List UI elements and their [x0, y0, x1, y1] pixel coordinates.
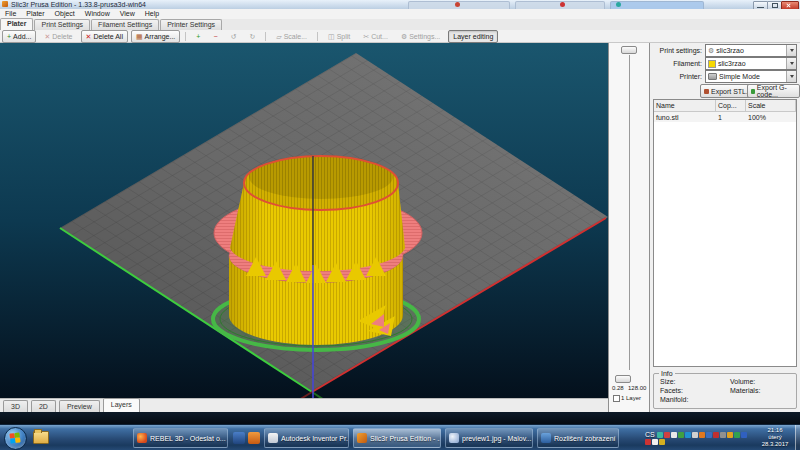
- info-size-label: Size:: [660, 378, 676, 385]
- column-scale[interactable]: Scale: [746, 100, 796, 111]
- rotate-cw-icon: ↻: [249, 33, 255, 40]
- taskbar-button-inventor[interactable]: Autodesk Inventor Pr...: [264, 428, 349, 448]
- taskbar-button-paint[interactable]: preview1.jpg - Malov...: [445, 428, 533, 448]
- arrange-icon: ▦: [136, 33, 143, 40]
- scale-icon: ▱: [276, 33, 281, 40]
- tray-icon[interactable]: [678, 432, 684, 438]
- printer-icon: [708, 73, 717, 80]
- tray-icon[interactable]: [645, 439, 651, 445]
- toolbar-separator: [317, 32, 318, 41]
- object-copies: 1: [716, 114, 746, 121]
- tray-icon[interactable]: [706, 432, 712, 438]
- info-volume-label: Volume:: [730, 378, 755, 385]
- view-tab-2d[interactable]: 2D: [31, 400, 56, 412]
- tab-filament-settings[interactable]: Filament Settings: [91, 19, 159, 30]
- tab-plater[interactable]: Plater: [0, 18, 33, 30]
- cut-button[interactable]: ✂ Cut...: [358, 30, 393, 43]
- column-copies[interactable]: Cop...: [716, 100, 746, 111]
- tray-icon[interactable]: [720, 432, 726, 438]
- layer-slider-strip: 0.28 128.00 1 Layer: [608, 43, 650, 412]
- delete-button[interactable]: ✕ Delete: [39, 30, 77, 43]
- column-name[interactable]: Name: [654, 100, 716, 111]
- settings-button[interactable]: ⚙ Settings...: [396, 30, 445, 43]
- layer-slider-lower-handle[interactable]: [615, 375, 631, 383]
- layer-editing-button[interactable]: Layer editing: [448, 30, 498, 43]
- split-icon: ◫: [328, 33, 335, 40]
- more-copies-button[interactable]: +: [191, 30, 205, 43]
- chevron-down-icon[interactable]: [786, 71, 796, 82]
- tab-printer-settings[interactable]: Printer Settings: [160, 19, 222, 30]
- tray-icon[interactable]: [685, 432, 691, 438]
- settings-icon: ⚙: [401, 33, 407, 40]
- delete-all-button[interactable]: ✕ Delete All: [81, 30, 128, 43]
- chevron-down-icon[interactable]: [786, 58, 796, 69]
- split-button[interactable]: ◫ Split: [323, 30, 355, 43]
- view-tab-3d[interactable]: 3D: [3, 400, 28, 412]
- screen: Slic3r Prusa Edition - 1.33.8-prusa3d-wi…: [0, 0, 800, 450]
- tray-icon[interactable]: [692, 432, 698, 438]
- gear-icon: ⚙: [708, 47, 714, 54]
- explorer-icon[interactable]: [33, 431, 49, 444]
- layer-slider-track[interactable]: [629, 55, 630, 370]
- plater-3d-viewport[interactable]: [0, 43, 608, 398]
- windows-logo-icon: [9, 432, 20, 443]
- filament-combo[interactable]: slic3rzao: [705, 57, 797, 70]
- tray-icon[interactable]: [659, 439, 665, 445]
- desktop: [0, 412, 800, 424]
- rotate-ccw-icon: ↺: [231, 33, 237, 40]
- tray-icon[interactable]: [652, 439, 658, 445]
- tab-print-settings[interactable]: Print Settings: [34, 19, 90, 30]
- tray-icon[interactable]: [671, 432, 677, 438]
- menu-help[interactable]: Help: [140, 9, 164, 19]
- rotate-ccw-button[interactable]: ↺: [226, 30, 242, 43]
- arrange-button[interactable]: ▦ Arrange...: [131, 30, 180, 43]
- taskbar-clock[interactable]: 21:16 úterý 28.3.2017: [755, 427, 795, 449]
- export-stl-icon: [704, 89, 709, 94]
- view-tab-preview[interactable]: Preview: [59, 400, 100, 412]
- taskbar-button-display-settings[interactable]: Rozlišení zobrazení: [537, 428, 619, 448]
- tray-icon[interactable]: [741, 432, 747, 438]
- export-gcode-button[interactable]: Export G-code...: [747, 84, 800, 98]
- object-list-header: Name Cop... Scale: [654, 100, 796, 112]
- tray-icon[interactable]: [727, 432, 733, 438]
- fewer-copies-button[interactable]: −: [208, 30, 222, 43]
- tray-icon[interactable]: [734, 432, 740, 438]
- chevron-down-icon[interactable]: [786, 45, 796, 56]
- pinned-app-icon[interactable]: [233, 432, 245, 444]
- menu-view[interactable]: View: [115, 9, 140, 19]
- add-button[interactable]: + Add...: [2, 30, 36, 43]
- clock-day: úterý: [755, 434, 795, 441]
- plater-3d-scene[interactable]: [0, 43, 608, 398]
- tray-icon[interactable]: [699, 432, 705, 438]
- rotate-cw-button[interactable]: ↻: [244, 30, 260, 43]
- toolbar-separator: [265, 32, 266, 41]
- scale-button[interactable]: ▱ Scale...: [271, 30, 312, 43]
- browser-icon: [137, 433, 147, 443]
- print-settings-combo[interactable]: ⚙ slic3rzao: [705, 44, 797, 57]
- menu-object[interactable]: Object: [50, 9, 80, 19]
- system-tray: CS: [645, 427, 753, 449]
- menu-window[interactable]: Window: [80, 9, 115, 19]
- taskbar-button-slic3r[interactable]: Slic3r Prusa Edition - ...: [353, 428, 441, 448]
- start-button[interactable]: [4, 427, 27, 450]
- table-row[interactable]: funo.stl 1 100%: [654, 112, 796, 122]
- slic3r-icon: [357, 433, 367, 443]
- tray-icon[interactable]: [664, 432, 670, 438]
- tray-icon[interactable]: [657, 432, 663, 438]
- info-title: Info: [659, 370, 675, 377]
- taskbar-button-rebel3d[interactable]: REBEL 3D - Odeslat o...: [133, 428, 228, 448]
- object-list[interactable]: Name Cop... Scale funo.stl 1 100%: [653, 99, 797, 367]
- object-name: funo.stl: [654, 114, 716, 121]
- delete-all-icon: ✕: [86, 33, 92, 40]
- tray-icon[interactable]: [713, 432, 719, 438]
- one-layer-label: 1 Layer: [621, 395, 641, 401]
- info-manifold-label: Manifold:: [660, 396, 688, 403]
- layer-slider-upper-handle[interactable]: [621, 46, 637, 54]
- printer-combo[interactable]: Simple Mode: [705, 70, 797, 83]
- view-tab-layers[interactable]: Layers: [103, 398, 140, 412]
- one-layer-checkbox[interactable]: [613, 395, 620, 402]
- language-indicator[interactable]: CS: [645, 431, 655, 438]
- clock-date: 28.3.2017: [755, 441, 795, 448]
- show-desktop-button[interactable]: [795, 425, 800, 450]
- pinned-app-icon[interactable]: [248, 432, 260, 444]
